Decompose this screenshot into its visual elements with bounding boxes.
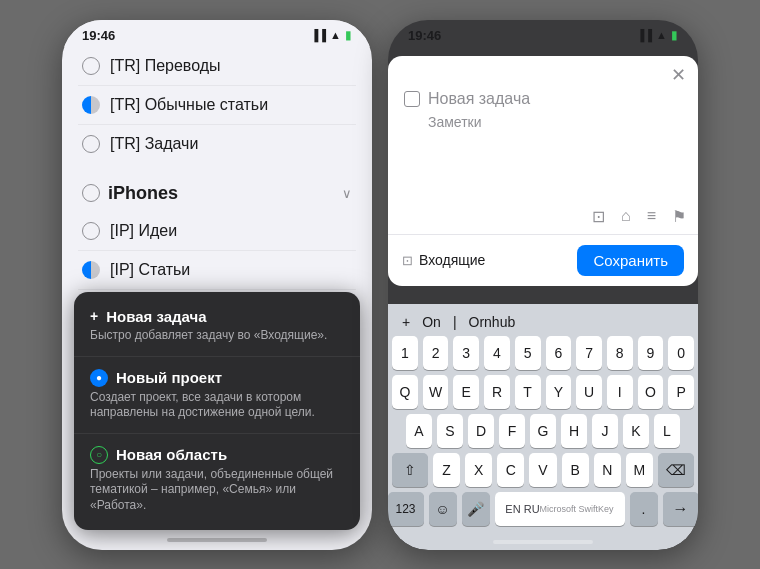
item-label: [TR] Переводы: [110, 57, 221, 75]
status-time-left: 19:46: [82, 28, 115, 43]
kb-key-p[interactable]: P: [668, 375, 694, 409]
kb-key-t[interactable]: T: [515, 375, 541, 409]
item-icon: [82, 222, 100, 240]
status-time-right: 19:46: [408, 28, 441, 43]
popup-item-title: + Новая задача: [90, 308, 344, 325]
kb-key-8[interactable]: 8: [607, 336, 633, 370]
kb-key-s[interactable]: S: [437, 414, 463, 448]
kb-key-f[interactable]: F: [499, 414, 525, 448]
kb-key-a[interactable]: A: [406, 414, 432, 448]
toolbar-plus[interactable]: +: [402, 314, 410, 330]
signal-icon: ▐▐: [311, 29, 327, 41]
modal-header: ✕: [388, 56, 698, 86]
kb-key-7[interactable]: 7: [576, 336, 602, 370]
kb-key-m[interactable]: M: [626, 453, 653, 487]
keyboard-toolbar: + On | Ornhub: [392, 310, 694, 336]
kb-key-n[interactable]: N: [594, 453, 621, 487]
right-phone: 19:46 ▐▐ ▲ ▮ ✕ Новая задача Заметки ⊡ ⌂ …: [388, 20, 698, 550]
kb-key-emoji[interactable]: ☺: [429, 492, 457, 526]
kb-key-5[interactable]: 5: [515, 336, 541, 370]
iphones-title: iPhones: [82, 183, 178, 204]
kb-row-numbers: 1 2 3 4 5 6 7 8 9 0: [392, 336, 694, 370]
kb-key-r[interactable]: R: [484, 375, 510, 409]
list-item-ip-stati[interactable]: [IP] Статьи: [78, 251, 356, 290]
kb-key-1[interactable]: 1: [392, 336, 418, 370]
list-item-tr-zadachi[interactable]: [TR] Задачи: [78, 125, 356, 163]
kb-key-h[interactable]: H: [561, 414, 587, 448]
popup-item-title: ○ Новая область: [90, 446, 344, 464]
modal-body: Новая задача Заметки: [388, 86, 698, 199]
kb-key-w[interactable]: W: [423, 375, 449, 409]
toolbar-on[interactable]: On: [422, 314, 441, 330]
kb-key-j[interactable]: J: [592, 414, 618, 448]
kb-key-return[interactable]: →: [663, 492, 699, 526]
kb-key-9[interactable]: 9: [638, 336, 664, 370]
item-icon: [82, 135, 100, 153]
kb-key-x[interactable]: X: [465, 453, 492, 487]
wifi-icon: ▲: [656, 29, 667, 41]
kb-key-delete[interactable]: ⌫: [658, 453, 694, 487]
keyboard: + On | Ornhub 1 2 3 4 5 6 7 8 9 0 Q W E …: [388, 304, 698, 550]
popup-item-desc: Создает проект, все задачи в котором нап…: [90, 390, 344, 421]
inbox-label: Входящие: [419, 252, 485, 268]
wifi-icon: ▲: [330, 29, 341, 41]
kb-row-zxcv: ⇧ Z X C V B N M ⌫: [392, 453, 694, 487]
kb-key-3[interactable]: 3: [453, 336, 479, 370]
kb-row-qwerty: Q W E R T Y U I O P: [392, 375, 694, 409]
kb-key-mic[interactable]: 🎤: [462, 492, 490, 526]
popup-item-new-task[interactable]: + Новая задача Быстро добавляет задачу в…: [74, 296, 360, 357]
tag-icon[interactable]: ⌂: [621, 207, 631, 226]
kb-key-d[interactable]: D: [468, 414, 494, 448]
kb-key-v[interactable]: V: [529, 453, 556, 487]
kb-key-6[interactable]: 6: [546, 336, 572, 370]
kb-key-b[interactable]: B: [562, 453, 589, 487]
list-item-ip-idei[interactable]: [IP] Идеи: [78, 212, 356, 251]
kb-key-i[interactable]: I: [607, 375, 633, 409]
task-notes-input[interactable]: Заметки: [404, 114, 682, 130]
kb-key-z[interactable]: Z: [433, 453, 460, 487]
flag-icon[interactable]: ⚑: [672, 207, 686, 226]
toolbar-ornhub[interactable]: Ornhub: [469, 314, 516, 330]
signal-icon: ▐▐: [637, 29, 653, 41]
task-title-input[interactable]: Новая задача: [428, 90, 530, 108]
kb-key-2[interactable]: 2: [423, 336, 449, 370]
kb-key-y[interactable]: Y: [546, 375, 572, 409]
kb-key-q[interactable]: Q: [392, 375, 418, 409]
status-bar-left: 19:46 ▐▐ ▲ ▮: [62, 20, 372, 47]
kb-key-l[interactable]: L: [654, 414, 680, 448]
task-checkbox-row: Новая задача: [404, 90, 682, 108]
home-indicator: [493, 540, 593, 544]
kb-key-0[interactable]: 0: [668, 336, 694, 370]
popup-item-new-area[interactable]: ○ Новая область Проекты или задачи, объе…: [74, 434, 360, 526]
iphones-header[interactable]: iPhones ∨: [78, 163, 356, 212]
list-item-tr-perevody[interactable]: [TR] Переводы: [78, 47, 356, 86]
kb-key-u[interactable]: U: [576, 375, 602, 409]
item-label: [TR] Обычные статьи: [110, 96, 268, 114]
kb-key-shift[interactable]: ⇧: [392, 453, 428, 487]
save-button[interactable]: Сохранить: [577, 245, 684, 276]
kb-key-k[interactable]: K: [623, 414, 649, 448]
plus-icon: +: [90, 308, 98, 324]
list-icon[interactable]: ≡: [647, 207, 656, 226]
close-icon[interactable]: ✕: [671, 64, 686, 86]
kb-key-space[interactable]: EN RUMicrosoft SwiftKey: [495, 492, 625, 526]
item-icon: [82, 96, 100, 114]
inbox-selector[interactable]: ⊡ Входящие: [402, 252, 485, 268]
kb-key-g[interactable]: G: [530, 414, 556, 448]
calendar-icon[interactable]: ⊡: [592, 207, 605, 226]
kb-key-period[interactable]: .: [630, 492, 658, 526]
task-checkbox[interactable]: [404, 91, 420, 107]
popup-menu: + Новая задача Быстро добавляет задачу в…: [74, 292, 360, 530]
new-task-modal: ✕ Новая задача Заметки ⊡ ⌂ ≡ ⚑ ⊡ Входящи…: [388, 56, 698, 286]
kb-key-123[interactable]: 123: [388, 492, 424, 526]
item-label: [IP] Статьи: [110, 261, 190, 279]
popup-item-desc: Быстро добавляет задачу во «Входящие».: [90, 328, 344, 344]
kb-key-c[interactable]: C: [497, 453, 524, 487]
toolbar-pipe[interactable]: |: [453, 314, 457, 330]
kb-key-o[interactable]: O: [638, 375, 664, 409]
kb-key-4[interactable]: 4: [484, 336, 510, 370]
list-item-tr-stati[interactable]: [TR] Обычные статьи: [78, 86, 356, 125]
item-icon: [82, 57, 100, 75]
popup-item-new-project[interactable]: ● Новый проект Создает проект, все задач…: [74, 357, 360, 434]
kb-key-e[interactable]: E: [453, 375, 479, 409]
